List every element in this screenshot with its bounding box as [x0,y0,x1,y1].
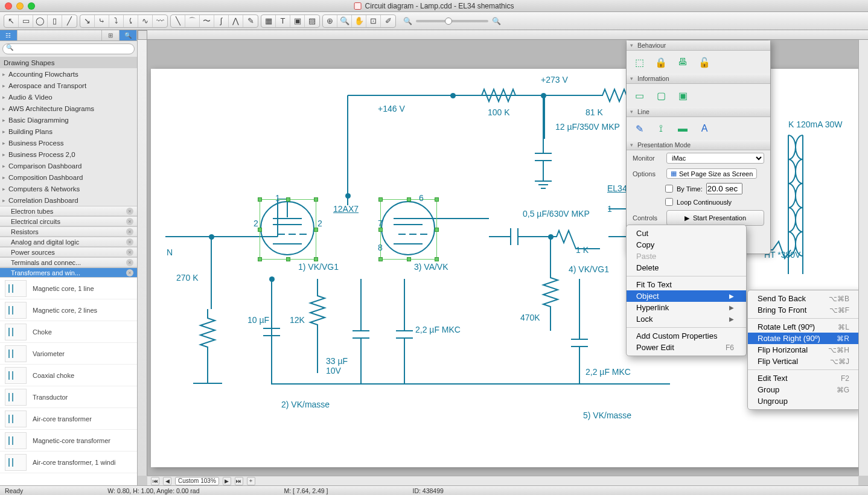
category-item[interactable]: Computers & Networks [0,183,137,194]
context-menu[interactable]: CutCopyPasteDeleteFit To TextObject▶Hype… [626,225,747,356]
open-library[interactable]: Resistors× [0,226,137,237]
resize-icon[interactable]: ⬚ [633,56,646,69]
draw-freehand[interactable]: ✎ [243,15,258,27]
selection-box[interactable] [260,199,316,260]
tab-list[interactable] [18,30,102,40]
category-item[interactable]: Correlation Dashboard [0,194,137,206]
horizontal-scrollbar[interactable]: ⏮ ◀ Custom 103% ▶ ⏭ ＋ [147,476,858,485]
context-submenu-object[interactable]: Send To Back⌥⌘BBring To Front⌥⌘FRotate L… [747,290,858,410]
inspector-panel[interactable]: Behaviour ⬚ 🔒 🖶 🔓 Information ▭ ▢ ▣ Line… [626,40,771,254]
page-next-icon[interactable]: ▶ [223,477,231,485]
open-library[interactable]: Terminals and connec...× [0,257,137,267]
start-presentation-button[interactable]: ▶ Start Presentation [666,210,764,226]
close-library-icon[interactable]: × [126,269,133,276]
shape-item[interactable]: Magnetic core, 2 lines [0,299,137,321]
line-end-icon[interactable]: ⟟ [654,122,668,135]
tab-grid[interactable]: ⊞ [102,30,120,40]
open-library[interactable]: Transformers and win...× [0,267,137,278]
menu-item[interactable]: Copy [627,239,746,251]
connector-arc[interactable]: ⤵ [109,15,124,27]
insert-table[interactable]: ▦ [261,15,276,27]
monitor-select[interactable]: iMac [666,153,764,164]
shape-item[interactable]: Choke [0,321,137,343]
inspector-section-information[interactable]: Information [627,74,770,84]
edit-icon[interactable]: ✐ [381,15,395,27]
set-page-size-button[interactable]: ▦Set Page Size as Screen [666,168,757,179]
line-style-icon[interactable]: ✎ [633,122,646,135]
draw-polyline[interactable]: ⋀ [229,15,243,27]
inspector-section-presentation[interactable]: Presentation Mode [627,140,770,150]
shape-item[interactable]: Air-core transformer [0,408,137,430]
print-icon[interactable]: 🖶 [676,56,689,69]
connector-smart[interactable]: ⤷ [95,15,109,27]
menu-item[interactable]: Flip Horizontal⌥⌘H [748,344,858,356]
ellipse-tool[interactable]: ◯ [33,15,48,27]
shape-item[interactable]: Variometer [0,343,137,365]
close-icon[interactable] [5,2,12,10]
menu-item[interactable]: Object▶ [627,290,746,302]
page-first-icon[interactable]: ⏮ [151,477,159,485]
info-note-icon[interactable]: ▭ [633,89,646,102]
close-library-icon[interactable]: × [126,228,133,235]
category-item[interactable]: Building Plans [0,126,137,137]
ruler-horizontal[interactable] [147,30,868,40]
draw-line[interactable]: ╲ [171,15,185,27]
lock-icon[interactable]: 🔒 [654,56,668,69]
page-prev-icon[interactable]: ◀ [163,477,171,485]
insert-chart[interactable]: ▨ [305,15,319,27]
inspector-section-line[interactable]: Line [627,107,770,117]
category-item[interactable]: Basic Diagramming [0,114,137,126]
line-text-icon[interactable]: A [698,122,711,135]
zoom-thumb[interactable] [445,18,452,25]
zoom-fit-icon[interactable]: ⊕ [323,15,337,27]
menu-item[interactable]: Lock▶ [627,313,746,325]
category-item[interactable]: Business Process 2,0 [0,148,137,160]
open-library[interactable]: Analog and digital logic× [0,237,137,247]
shape-item[interactable]: Magnetic-core transformer [0,430,137,452]
text-tool[interactable]: ▯ [48,15,62,27]
minimize-icon[interactable] [16,2,24,10]
viewport[interactable]: +146 V +273 V 100 K 81 K 12 µF/350V MKP … [147,40,858,476]
category-item[interactable]: Business Process [0,137,137,148]
loop-checkbox[interactable] [665,198,673,206]
menu-item[interactable]: Hyperlink▶ [627,302,746,313]
shape-item[interactable]: Magnetic core, 1 line [0,278,137,299]
page-last-icon[interactable]: ⏭ [235,477,243,485]
menu-item[interactable]: Ungroup [748,395,858,407]
menu-item[interactable]: Power EditF6 [627,342,746,353]
close-library-icon[interactable]: × [126,238,133,246]
inspector-section-behaviour[interactable]: Behaviour [627,40,770,51]
menu-item[interactable]: Rotate Left (90º)⌘L [748,321,858,333]
menu-item[interactable]: Flip Vertical⌥⌘J [748,356,858,367]
menu-item[interactable]: Rotate Right (90º)⌘R [748,333,858,344]
line-tool[interactable]: ╱ [62,15,77,27]
connector-direct[interactable]: ↘ [80,15,95,27]
ruler-vertical[interactable] [138,40,147,476]
insert-text[interactable]: T [276,15,290,27]
menu-item[interactable]: Edit TextF2 [748,372,858,384]
menu-item[interactable]: Send To Back⌥⌘B [748,293,858,304]
selection-box[interactable] [380,199,437,260]
menu-item[interactable]: Group⌘G [748,384,858,395]
pan-icon[interactable]: ✋ [352,15,366,27]
insert-image[interactable]: ▣ [290,15,305,27]
zoom-out-icon[interactable]: 🔍 [403,17,412,25]
menu-item[interactable]: Delete [627,262,746,273]
open-library[interactable]: Electrical circuits× [0,216,137,226]
open-library[interactable]: Electron tubes× [0,206,137,216]
shape-item[interactable]: Transductor [0,386,137,408]
close-library-icon[interactable]: × [126,218,133,225]
tab-search[interactable]: 🔍 [120,30,137,40]
connector-round[interactable]: ⤹ [124,15,138,27]
draw-arc[interactable]: ⌒ [185,15,200,27]
draw-spline[interactable]: 〜 [200,15,214,27]
close-library-icon[interactable]: × [126,259,133,266]
zoom-in-icon[interactable]: 🔍 [492,17,501,25]
category-item[interactable]: Accounting Flowcharts [0,68,137,80]
maximize-icon[interactable] [28,2,35,10]
category-item[interactable]: Audio & Video [0,91,137,103]
menu-item[interactable]: Fit To Text [627,279,746,290]
zoom-track[interactable] [416,20,488,22]
category-item[interactable]: Aerospace and Transport [0,80,137,91]
vertical-scrollbar[interactable] [858,40,868,476]
